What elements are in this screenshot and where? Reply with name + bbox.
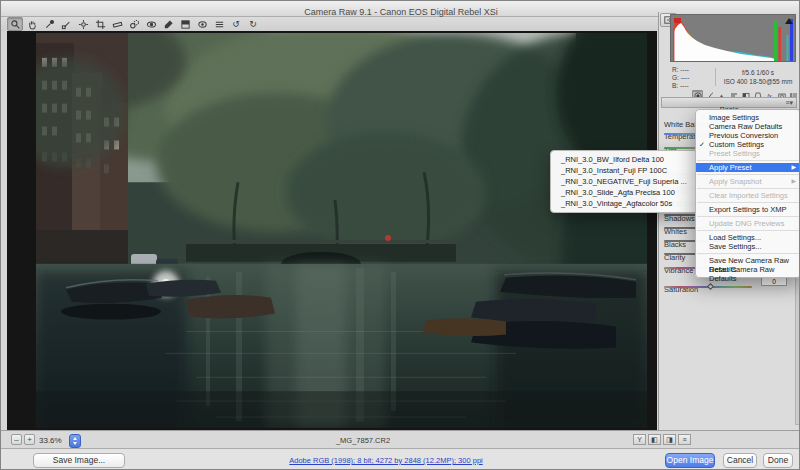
saturation-value[interactable]: 0 [761,277,787,286]
preferences-icon[interactable] [211,17,227,31]
menu-separator [697,202,799,203]
checkmark-icon: ✓ [699,140,705,149]
zoom-in-button[interactable]: + [24,434,35,445]
zoom-tool-icon[interactable] [7,17,23,31]
rgb-b: B: ---- [672,82,710,90]
exif-aperture-shutter: f/5.6 1/60 s [716,68,800,77]
exif-iso-lens: ISO 400 18-50@55 mm [716,77,800,86]
preset-item[interactable]: _RNI_3.0_NEGATIVE_Fuji Superia ... [551,176,697,187]
menu-item-save-new-camera-raw-defaults[interactable]: Save New Camera Raw Defaults [696,256,800,265]
before-after-y-toggle-icon[interactable]: Y [633,434,646,445]
rotate-left-icon[interactable]: ↺ [228,17,244,31]
menu-item-apply-snapshot: Apply Snapshot▶ [696,177,800,186]
filename: _MG_7857.CR2 [301,436,425,445]
menu-item-preset-settings: Preset Settings [696,149,800,158]
workflow-options-link[interactable]: Adobe RGB (1998); 8 bit; 4272 by 2848 (1… [281,456,491,465]
preview-menu-icon[interactable]: ≡ [678,434,691,445]
image-canvas[interactable] [7,31,657,430]
menu-item-save-settings[interactable]: Save Settings... [696,242,800,251]
menu-item-apply-preset[interactable]: Apply Preset▶ [696,163,800,172]
status-bar: – + 33.6% _MG_7857.CR2 Y ◧ ◨ ≡ [1,430,800,448]
spot-removal-tool-icon[interactable] [126,17,142,31]
copy-settings-icon[interactable]: ◨ [663,434,676,445]
rgb-readout: R: ---- G: ---- B: ---- [672,66,710,90]
menu-item-image-settings[interactable]: Image Settings [696,113,800,122]
menu-separator [697,160,799,161]
menu-item-reset-camera-raw-defaults[interactable]: Reset Camera Raw Defaults [696,265,800,274]
open-image-button[interactable]: Open Image [665,453,715,468]
toolbar: ↺ ↻ [1,17,658,31]
preset-item[interactable]: _RNI_3.0_Slide_Agfa Precisa 100 [551,187,697,198]
zoom-out-button[interactable]: – [11,434,22,445]
window-title: Camera Raw 9.1 - Canon EOS Digital Rebel… [304,7,498,17]
save-image-button[interactable]: Save Image... [33,453,125,468]
targeted-adjustment-tool-icon[interactable] [75,17,91,31]
done-button[interactable]: Done [763,453,793,468]
submenu-arrow-icon: ▶ [791,163,796,172]
menu-separator [697,188,799,189]
preset-item[interactable]: _RNI_3.0_Instant_Fuji FP 100C [551,165,697,176]
preset-item[interactable]: _RNI_3.0_BW_Ilford Delta 100 [551,154,697,165]
basic-panel-header: Basic ≡▾ [661,97,797,108]
preset-item[interactable]: _RNI_3.0_Vintage_Agfacolor 50s [551,198,697,209]
photo-amsterdam-canal[interactable] [36,33,647,428]
menu-item-custom-settings[interactable]: ✓Custom Settings [696,140,800,149]
zoom-level[interactable]: 33.6% [39,436,62,445]
red-eye-tool-icon[interactable] [143,17,159,31]
saturation-slider[interactable] [664,286,752,288]
adjustment-brush-tool-icon[interactable] [160,17,176,31]
menu-separator [697,174,799,175]
apply-preset-submenu: _RNI_3.0_BW_Ilford Delta 100 _RNI_3.0_In… [550,150,698,213]
rgb-r: R: ---- [672,66,710,74]
swap-before-after-icon[interactable]: ◧ [648,434,661,445]
menu-separator [697,216,799,217]
menu-item-load-settings[interactable]: Load Settings... [696,233,800,242]
menu-item-camera-raw-defaults[interactable]: Camera Raw Defaults [696,122,800,131]
panel-flyout-menu-icon[interactable]: ≡▾ [785,98,793,107]
color-sampler-tool-icon[interactable] [58,17,74,31]
menu-item-previous-conversion[interactable]: Previous Conversion [696,131,800,140]
menu-separator [697,253,799,254]
cancel-button[interactable]: Cancel [723,453,757,468]
white-balance-tool-icon[interactable] [41,17,57,31]
menu-separator [697,230,799,231]
hand-tool-icon[interactable] [24,17,40,31]
crop-tool-icon[interactable] [92,17,108,31]
histogram[interactable] [670,14,796,62]
zoom-level-stepper[interactable] [69,434,81,448]
camera-raw-window: Camera Raw 9.1 - Canon EOS Digital Rebel… [0,0,800,470]
radial-filter-tool-icon[interactable] [194,17,210,31]
rotate-right-icon[interactable]: ↻ [245,17,261,31]
bottom-bar: Save Image... Adobe RGB (1998); 8 bit; 4… [1,448,800,470]
rgb-g: G: ---- [672,74,710,82]
straighten-tool-icon[interactable] [109,17,125,31]
menu-item-export-settings-to-xmp[interactable]: Export Settings to XMP [696,205,800,214]
graduated-filter-tool-icon[interactable] [177,17,193,31]
submenu-arrow-icon: ▶ [791,177,796,186]
menu-item-clear-imported-settings: Clear Imported Settings [696,191,800,200]
settings-flyout-menu: Image Settings Camera Raw Defaults Previ… [695,109,800,278]
exif-readout: f/5.6 1/60 s ISO 400 18-50@55 mm [715,68,800,86]
menu-item-update-dng-previews: Update DNG Previews [696,219,800,228]
